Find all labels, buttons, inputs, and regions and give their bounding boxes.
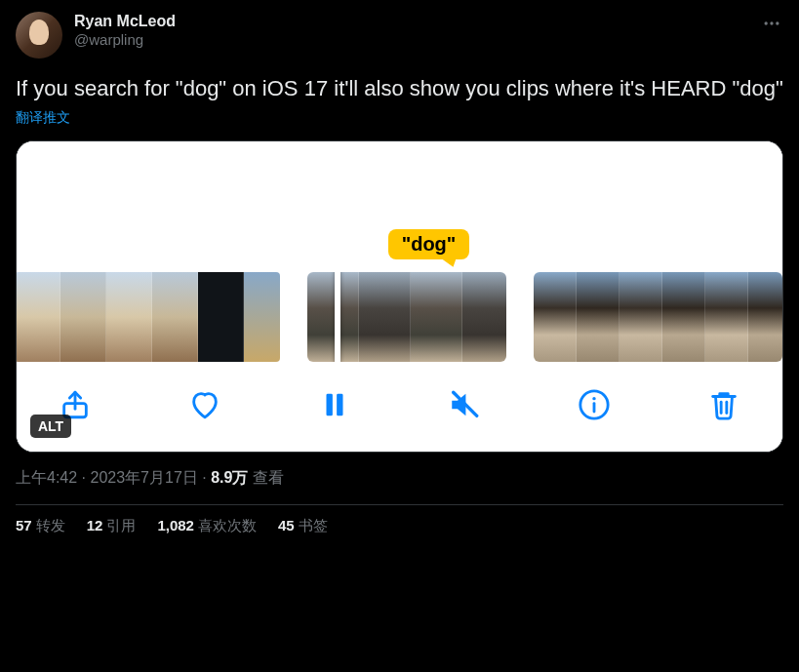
display-name: Ryan McLeod <box>74 12 176 31</box>
clip-group[interactable] <box>534 272 782 362</box>
video-timeline[interactable] <box>17 272 782 362</box>
playhead[interactable] <box>335 272 340 362</box>
stat-quotes[interactable]: 12引用 <box>87 517 137 535</box>
divider <box>16 504 783 505</box>
stat-retweets[interactable]: 57转发 <box>16 517 65 535</box>
timeline-frame <box>705 272 748 362</box>
heart-icon[interactable] <box>185 385 224 424</box>
clip-group[interactable] <box>307 272 506 362</box>
timeline-frame <box>198 272 244 362</box>
svg-rect-5 <box>337 393 342 415</box>
tweet-date: 2023年7月17日 <box>90 469 197 486</box>
timeline-frame <box>619 272 662 362</box>
timeline-frame <box>462 272 506 362</box>
views-label: 查看 <box>253 469 284 486</box>
media-blank-area <box>17 141 782 229</box>
timeline-frame <box>16 272 60 362</box>
media-card[interactable]: "dog" <box>16 140 783 453</box>
svg-rect-4 <box>327 393 333 415</box>
tweet: Ryan McLeod @warpling If you search for … <box>0 0 799 547</box>
user-handle: @warpling <box>74 31 176 50</box>
media-toolbar <box>17 362 782 452</box>
timeline-frame <box>244 272 280 362</box>
tweet-time: 上午4:42 <box>16 469 77 486</box>
svg-point-1 <box>770 21 773 24</box>
alt-badge[interactable]: ALT <box>30 415 71 438</box>
clip-group[interactable] <box>16 272 280 362</box>
timeline-frame <box>577 272 619 362</box>
translate-link[interactable]: 翻译推文 <box>16 109 783 127</box>
timeline-frame <box>662 272 705 362</box>
search-term-tooltip: "dog" <box>388 229 470 259</box>
stat-bookmarks[interactable]: 45书签 <box>278 517 328 535</box>
pause-icon[interactable] <box>315 385 354 424</box>
tweet-text: If you search for "dog" on iOS 17 it'll … <box>16 74 783 103</box>
svg-point-2 <box>776 21 779 24</box>
tweet-stats: 57转发 12引用 1,082喜欢次数 45书签 <box>16 517 783 535</box>
svg-point-9 <box>592 397 595 400</box>
avatar[interactable] <box>16 12 62 59</box>
views-count: 8.9万 <box>211 469 248 486</box>
tooltip-wrap: "dog" <box>17 229 782 272</box>
timeline-frame <box>106 272 152 362</box>
tweet-meta[interactable]: 上午4:42 · 2023年7月17日 · 8.9万 查看 <box>16 468 783 489</box>
timeline-frame <box>748 272 782 362</box>
tweet-header: Ryan McLeod @warpling <box>16 12 783 59</box>
stat-likes[interactable]: 1,082喜欢次数 <box>157 517 257 535</box>
more-icon[interactable] <box>760 12 783 35</box>
info-icon[interactable] <box>575 385 614 424</box>
svg-point-0 <box>765 21 768 24</box>
timeline-frame <box>307 272 359 362</box>
trash-icon[interactable] <box>704 385 743 424</box>
timeline-frame <box>534 272 577 362</box>
mute-icon[interactable] <box>445 385 484 424</box>
timeline-frame <box>60 272 106 362</box>
timeline-frame <box>411 272 462 362</box>
timeline-frame <box>152 272 198 362</box>
timeline-frame <box>359 272 411 362</box>
user-block[interactable]: Ryan McLeod @warpling <box>74 12 176 50</box>
